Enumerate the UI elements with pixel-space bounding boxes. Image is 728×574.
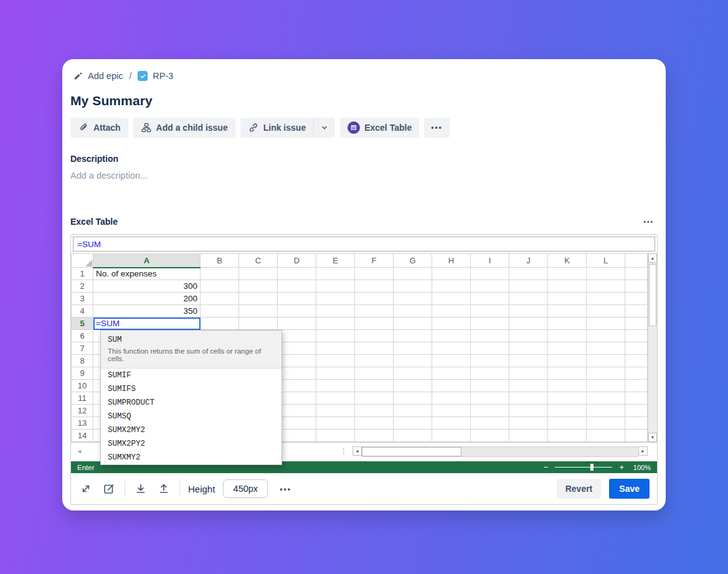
autocomplete-item-sumifs[interactable]: SUMIFS <box>101 382 281 396</box>
excel-section-more-button[interactable]: ••• <box>640 216 658 227</box>
cell-E11[interactable] <box>316 392 355 405</box>
cell-F10[interactable] <box>355 380 394 392</box>
link-issue-dropdown-button[interactable] <box>313 118 335 138</box>
cell-A1[interactable]: No. of expenses <box>93 268 201 280</box>
cell-D8[interactable] <box>278 355 316 367</box>
cell-I11[interactable] <box>471 392 509 405</box>
cell-L11[interactable] <box>587 392 625 405</box>
cell-E12[interactable] <box>316 405 355 417</box>
autocomplete-item-sumproduct[interactable]: SUMPRODUCT <box>101 396 281 410</box>
cell-E5[interactable] <box>316 318 355 330</box>
cell-G8[interactable] <box>394 355 432 367</box>
cell-E10[interactable] <box>316 380 355 392</box>
cell-A5[interactable]: =SUM <box>93 318 201 330</box>
cell-partial-13[interactable] <box>625 417 648 430</box>
row-header-12[interactable]: 12 <box>72 405 93 417</box>
cell-H14[interactable] <box>432 430 471 442</box>
cell-L8[interactable] <box>587 355 625 367</box>
cell-F4[interactable] <box>355 305 394 318</box>
cell-partial-12[interactable] <box>625 405 648 417</box>
autocomplete-item-sumsq[interactable]: SUMSQ <box>101 410 281 423</box>
cell-C5[interactable] <box>239 318 278 330</box>
horizontal-scrollbar[interactable]: ◄ ► <box>352 446 648 457</box>
upload-button[interactable] <box>156 481 171 496</box>
cell-I9[interactable] <box>471 367 509 380</box>
vertical-scroll-track[interactable] <box>648 326 657 433</box>
cell-D10[interactable] <box>278 380 316 392</box>
row-header-8[interactable]: 8 <box>72 355 93 367</box>
cell-L1[interactable] <box>587 268 625 280</box>
cell-D2[interactable] <box>278 280 316 293</box>
cell-partial-1[interactable] <box>625 268 648 280</box>
cell-F3[interactable] <box>355 293 394 305</box>
cell-D11[interactable] <box>278 392 316 405</box>
autocomplete-highlighted-item[interactable]: SUM This function returns the sum of cel… <box>101 331 281 369</box>
scroll-left-icon[interactable]: ◄ <box>352 446 362 456</box>
cell-K10[interactable] <box>548 380 587 392</box>
cell-J7[interactable] <box>509 342 548 355</box>
cell-C3[interactable] <box>239 293 278 305</box>
cell-E6[interactable] <box>316 330 355 342</box>
row-header-4[interactable]: 4 <box>72 305 93 318</box>
cell-J9[interactable] <box>509 367 548 380</box>
cell-H7[interactable] <box>432 342 471 355</box>
cell-A2[interactable]: 300 <box>93 280 201 293</box>
add-epic-link[interactable]: Add epic <box>73 71 123 81</box>
issue-key-link[interactable]: RP-3 <box>138 71 173 81</box>
column-header-B[interactable]: B <box>201 254 239 268</box>
cell-D3[interactable] <box>278 293 316 305</box>
cell-I5[interactable] <box>471 318 509 330</box>
attach-button[interactable]: Attach <box>70 118 128 138</box>
cell-J12[interactable] <box>509 405 548 417</box>
horizontal-scroll-thumb[interactable] <box>362 447 461 456</box>
cell-K3[interactable] <box>548 293 587 305</box>
row-header-9[interactable]: 9 <box>72 367 93 380</box>
row-header-2[interactable]: 2 <box>72 280 93 293</box>
cell-E1[interactable] <box>316 268 355 280</box>
cell-I7[interactable] <box>471 342 509 355</box>
cell-D7[interactable] <box>278 342 316 355</box>
cell-E14[interactable] <box>316 430 355 442</box>
cell-partial-4[interactable] <box>625 305 648 318</box>
cell-L6[interactable] <box>587 330 625 342</box>
cell-F6[interactable] <box>355 330 394 342</box>
cell-J11[interactable] <box>509 392 548 405</box>
cell-I10[interactable] <box>471 380 509 392</box>
cell-G10[interactable] <box>394 380 432 392</box>
cell-F1[interactable] <box>355 268 394 280</box>
row-header-10[interactable]: 10 <box>72 380 93 392</box>
cell-G7[interactable] <box>394 342 432 355</box>
cell-B1[interactable] <box>201 268 239 280</box>
sheet-nav-left-icon[interactable]: ◄ <box>77 448 82 454</box>
cell-J4[interactable] <box>509 305 548 318</box>
cell-H13[interactable] <box>432 417 471 430</box>
vertical-dots-icon[interactable]: ⋮ <box>340 446 347 455</box>
cell-H8[interactable] <box>432 355 471 367</box>
cell-K2[interactable] <box>548 280 587 293</box>
cell-J2[interactable] <box>509 280 548 293</box>
cell-K5[interactable] <box>548 318 587 330</box>
cell-E13[interactable] <box>316 417 355 430</box>
cell-D13[interactable] <box>278 417 316 430</box>
cell-F14[interactable] <box>355 430 394 442</box>
zoom-slider-handle[interactable] <box>590 464 593 471</box>
cell-G11[interactable] <box>394 392 432 405</box>
more-actions-button[interactable]: ••• <box>424 118 450 138</box>
column-header-H[interactable]: H <box>432 254 471 268</box>
cell-J10[interactable] <box>509 380 548 392</box>
cell-G6[interactable] <box>394 330 432 342</box>
cell-F5[interactable] <box>355 318 394 330</box>
cell-F8[interactable] <box>355 355 394 367</box>
cell-L13[interactable] <box>587 417 625 430</box>
add-child-issue-button[interactable]: Add a child issue <box>133 118 235 138</box>
cell-K12[interactable] <box>548 405 587 417</box>
column-header-D[interactable]: D <box>278 254 316 268</box>
cell-L5[interactable] <box>587 318 625 330</box>
cell-G3[interactable] <box>394 293 432 305</box>
cell-H3[interactable] <box>432 293 471 305</box>
vertical-scrollbar[interactable]: ▲ ▼ <box>648 253 657 442</box>
cell-C4[interactable] <box>239 305 278 318</box>
cell-H10[interactable] <box>432 380 471 392</box>
row-header-11[interactable]: 11 <box>72 392 93 405</box>
cell-K14[interactable] <box>548 430 587 442</box>
